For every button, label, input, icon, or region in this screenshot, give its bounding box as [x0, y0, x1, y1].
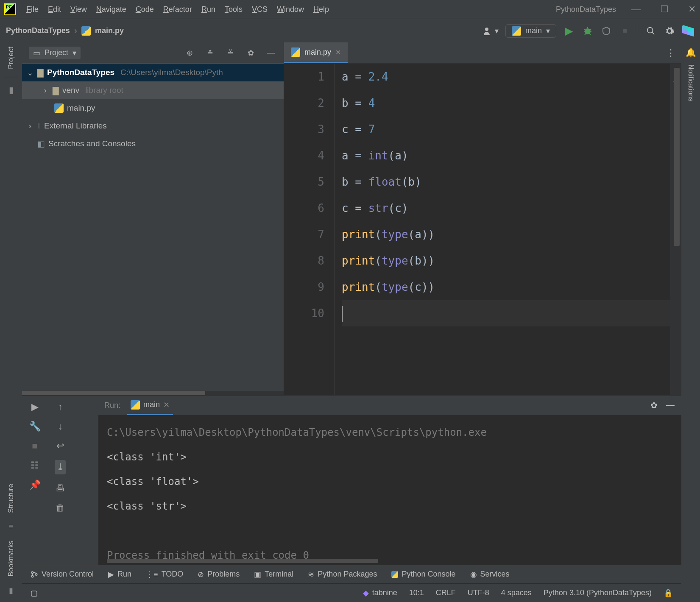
scroll-to-end-button[interactable]: ⤓ — [55, 460, 66, 474]
todo-tool-button[interactable]: ⋮≡ TODO — [146, 570, 183, 579]
caret-position[interactable]: 10:1 — [409, 588, 424, 597]
console-output[interactable]: C:\Users\yilma\Desktop\PythonDataTypes\v… — [98, 415, 681, 565]
run-tool-button[interactable]: ▶ Run — [108, 570, 131, 579]
maximize-button[interactable]: ☐ — [660, 4, 669, 15]
close-tab-button[interactable]: ✕ — [163, 400, 170, 410]
menu-run[interactable]: Run — [201, 5, 215, 14]
menu-file[interactable]: File — [26, 5, 39, 14]
tree-row-external-libraries[interactable]: › ⫴ External Libraries — [22, 117, 284, 135]
project-view-selector[interactable]: ▭ Project ▾ — [29, 47, 81, 59]
menu-tools[interactable]: Tools — [225, 5, 243, 14]
indent-config[interactable]: 4 spaces — [501, 588, 532, 597]
notifications-tool-tab[interactable]: Notifications — [687, 64, 694, 101]
run-toolbar: ▶ 🔧 ■ ☷ 📌 ↑ ↓ ↩ ⤓ 🖶 🗑 — [22, 396, 98, 565]
line-separator[interactable]: CRLF — [436, 588, 456, 597]
clear-all-button[interactable]: 🗑 — [56, 502, 65, 513]
file-encoding[interactable]: UTF-8 — [468, 588, 489, 597]
soft-wrap-button[interactable]: ↩ — [56, 440, 64, 452]
editor-tab[interactable]: main.py ✕ — [284, 42, 348, 63]
run-configuration-selector[interactable]: main ▾ — [505, 24, 556, 38]
svg-point-11 — [31, 571, 33, 574]
hide-run-button[interactable]: — — [666, 400, 675, 410]
close-tab-button[interactable]: ✕ — [335, 48, 341, 56]
tree-row-scratches[interactable]: ◧ Scratches and Consoles — [22, 135, 284, 153]
tool-settings-button[interactable]: ✿ — [245, 47, 257, 59]
code-editor[interactable]: a = 2.4b = 4c = 7a = int(a)b = float(b)c… — [335, 64, 670, 395]
pin-tab-button[interactable]: 📌 — [29, 479, 41, 491]
menu-view[interactable]: View — [70, 5, 87, 14]
tabnine-status[interactable]: ◆ tabnine — [363, 588, 397, 598]
tree-row-venv[interactable]: › ▇ venv library root — [22, 81, 284, 99]
menu-edit[interactable]: Edit — [48, 5, 61, 14]
breadcrumb-file[interactable]: main.py — [95, 26, 124, 35]
menu-refactor[interactable]: Refactor — [163, 5, 192, 14]
tree-row-file[interactable]: main.py — [22, 99, 284, 117]
collapse-all-button[interactable]: ≚ — [224, 47, 236, 59]
chevron-right-icon: › — [26, 121, 34, 131]
run-with-coverage-button[interactable] — [600, 25, 612, 37]
commit-tool-icon[interactable]: ▮ — [9, 85, 14, 95]
breadcrumb-project[interactable]: PythonDataTypes — [6, 26, 70, 35]
horizontal-scrollbar[interactable] — [107, 559, 378, 563]
structure-tool-tab[interactable]: Structure — [7, 484, 15, 513]
project-tree[interactable]: ⌄ ▇ PythonDataTypes C:\Users\yilma\Deskt… — [22, 64, 284, 391]
down-button[interactable]: ↓ — [58, 421, 63, 432]
services-tool-button[interactable]: ◉ Services — [470, 570, 510, 579]
editor-tab-label: main.py — [304, 48, 331, 57]
run-label: Run — [117, 570, 131, 579]
services-icon: ◉ — [470, 570, 477, 579]
menu-help[interactable]: Help — [313, 5, 329, 14]
problems-tool-button[interactable]: ⊘ Problems — [198, 570, 240, 579]
stop-button[interactable]: ■ — [619, 25, 631, 37]
terminal-tool-button[interactable]: ▣ Terminal — [254, 570, 293, 579]
print-button[interactable]: 🖶 — [56, 483, 65, 494]
readonly-lock-icon[interactable]: 🔒 — [664, 588, 673, 598]
svg-point-9 — [647, 27, 653, 33]
python-console-tool-button[interactable]: Python Console — [391, 570, 455, 579]
python-packages-tool-button[interactable]: ≋ Python Packages — [308, 570, 377, 579]
external-libraries-label: External Libraries — [44, 121, 107, 131]
close-button[interactable]: ✕ — [688, 4, 696, 15]
quick-access-button[interactable]: ▢ — [31, 588, 38, 598]
bookmarks-tool-tab[interactable]: Bookmarks — [7, 541, 15, 577]
stop-run-button[interactable]: ■ — [32, 440, 37, 452]
modify-run-config-button[interactable]: 🔧 — [29, 421, 41, 432]
menu-vcs[interactable]: VCS — [252, 5, 268, 14]
search-everywhere-button[interactable] — [645, 25, 657, 37]
chevron-down-icon: ⌄ — [26, 68, 34, 78]
tab-options-button[interactable]: ⋮ — [666, 47, 675, 59]
menu-window[interactable]: Window — [277, 5, 304, 14]
tabnine-icon: ◆ — [363, 588, 369, 598]
python-interpreter[interactable]: Python 3.10 (PythonDataTypes) — [544, 588, 652, 597]
minimize-button[interactable]: — — [631, 4, 641, 15]
hide-tool-button[interactable]: — — [265, 47, 277, 59]
line-number-gutter[interactable]: 12345678910 — [284, 64, 335, 395]
jetbrains-space-icon[interactable] — [682, 25, 694, 37]
todo-label: TODO — [162, 570, 184, 579]
vertical-scrollbar[interactable] — [674, 68, 680, 246]
select-opened-file-button[interactable]: ⊕ — [184, 47, 195, 59]
user-selector[interactable]: ▾ — [483, 26, 499, 36]
run-button[interactable]: ▶ — [563, 25, 575, 37]
tree-venv-name: venv — [62, 86, 79, 95]
notifications-icon[interactable]: 🔔 — [686, 47, 696, 58]
horizontal-scrollbar[interactable] — [22, 391, 284, 395]
run-tab[interactable]: main ✕ — [127, 396, 173, 415]
menu-code[interactable]: Code — [136, 5, 154, 14]
debug-button[interactable] — [582, 25, 594, 37]
run-settings-button[interactable]: ✿ — [650, 400, 658, 410]
version-control-tool-button[interactable]: Version Control — [31, 570, 94, 579]
editor-marker-bar[interactable]: ✔ — [670, 64, 681, 395]
expand-all-button[interactable]: ≛ — [204, 47, 216, 59]
divider — [638, 25, 638, 37]
breadcrumb[interactable]: PythonDataTypes › main.py — [6, 25, 124, 36]
up-button[interactable]: ↑ — [58, 401, 63, 412]
menu-navigate[interactable]: Navigate — [96, 5, 126, 14]
tree-row-root[interactable]: ⌄ ▇ PythonDataTypes C:\Users\yilma\Deskt… — [22, 64, 284, 81]
dump-threads-button[interactable]: ☷ — [31, 460, 39, 471]
settings-button[interactable] — [664, 25, 675, 37]
project-view-title: Project — [45, 48, 68, 57]
chevron-down-icon: ▾ — [73, 48, 76, 58]
rerun-button[interactable]: ▶ — [31, 401, 39, 412]
project-tool-tab[interactable]: Project — [7, 47, 15, 69]
